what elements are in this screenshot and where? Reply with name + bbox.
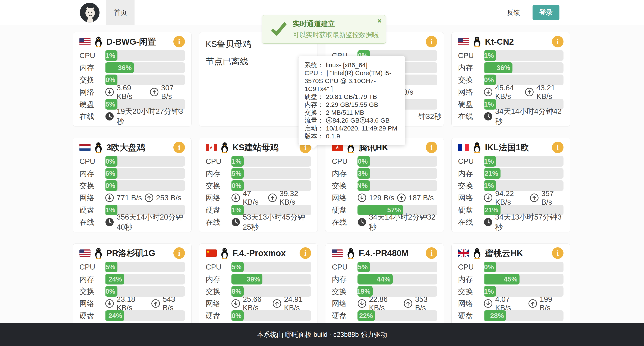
cpu-fill: 1%: [484, 50, 496, 61]
disk-label: 硬盘: [206, 205, 231, 215]
swap-label: 交换: [80, 286, 105, 296]
disk-row: 硬盘 28%: [458, 310, 564, 321]
memory-fill: 24%: [105, 274, 124, 284]
network-label: 网络: [332, 193, 358, 203]
memory-row: 内存 15%: [206, 168, 311, 179]
toast-success: 实时通道建立 可以实时获取最新监控数据啦 ×: [262, 15, 386, 44]
memory-row: 内存 36%: [458, 62, 564, 73]
network-up-value: 543 B/s: [163, 295, 185, 312]
server-info-tooltip: 系统：linux- [x86_64] CPU：[ "Intel(R) Core(…: [298, 56, 405, 145]
network-row: 网络 129 B/s 187 B/s: [332, 192, 437, 203]
tooltip-row-traffic: 流量：84.26 GB43.6 GB: [304, 116, 399, 124]
linux-os-icon: [472, 36, 482, 48]
info-icon[interactable]: i: [552, 142, 564, 153]
network-up-value: 253 B/s: [156, 194, 182, 202]
cpu-label: CPU: [458, 263, 484, 271]
online-wrap: 34天13小时57分钟3秒: [484, 212, 564, 232]
linux-os-icon: [472, 247, 482, 259]
online-value: 53天13小时45分钟25秒: [243, 212, 311, 232]
online-row: 在线 34天14小时4分钟42秒: [458, 111, 564, 122]
network-label: 网络: [458, 298, 484, 308]
tooltip-row-swap: 交换：2 MB/511 MB: [304, 108, 399, 116]
memory-label: 内存: [458, 274, 484, 284]
download-arrow-icon: [358, 193, 366, 202]
memory-fill: 21%: [484, 168, 500, 179]
server-card: D-BWG-闲置 i CPU 1% 内存 36% 交换 0% 网络: [73, 32, 192, 126]
network-label: 网络: [332, 298, 358, 308]
card-header: 蜜桃云HK i: [458, 248, 564, 259]
feedback-link[interactable]: 反馈: [507, 8, 520, 17]
network-up-value: 357 B/s: [541, 189, 564, 206]
disk-bar: 24%: [105, 310, 185, 321]
memory-row: 内存 44%: [332, 274, 437, 284]
network-row: 网络 25.66 KB/s 24.91 KB/s: [206, 298, 311, 309]
network-values: 4.07 KB/s 199 B/s: [484, 295, 564, 312]
clock-icon: [231, 218, 240, 226]
close-icon[interactable]: ×: [377, 17, 382, 24]
clock-icon: [105, 112, 114, 121]
swap-bar: 0%: [105, 180, 185, 191]
memory-label: 内存: [332, 274, 358, 284]
tooltip-row-system: 系统：linux- [x86_64]: [304, 61, 399, 69]
cpu-label: CPU: [206, 157, 231, 166]
card-header: 3欧大盘鸡 i: [80, 142, 185, 153]
cpu-fill: 5%: [231, 262, 244, 272]
site-logo-avatar[interactable]: [80, 2, 100, 23]
info-icon[interactable]: i: [426, 142, 437, 153]
card-header: F.4.-PR480M i: [332, 248, 437, 259]
memory-label: 内存: [458, 168, 484, 178]
server-card: 3欧大盘鸡 i CPU 0% 内存 6% 交换 0% 网络: [73, 138, 192, 232]
tab-home-label: 首页: [114, 8, 127, 17]
swap-row: 交换 0%: [80, 180, 185, 191]
network-down-value: 3.69 KB/s: [116, 84, 147, 100]
download-arrow-icon: [484, 193, 492, 202]
upload-arrow-icon: [151, 299, 160, 308]
info-icon[interactable]: i: [174, 247, 185, 259]
memory-row: 内存 6%: [80, 168, 185, 179]
memory-label: 内存: [80, 63, 105, 73]
info-icon[interactable]: i: [426, 36, 437, 48]
country-flag-icon: [332, 250, 343, 257]
info-icon[interactable]: i: [174, 142, 185, 153]
info-icon[interactable]: i: [552, 36, 564, 48]
network-row: 网络 47 KB/s 39.32 KB/s: [206, 192, 311, 203]
cpu-fill: 0%: [358, 156, 370, 166]
tooltip-row-memory: 内存：2.29 GB/15.55 GB: [304, 100, 399, 108]
tab-home[interactable]: 首页: [106, 0, 134, 25]
memory-bar: 36%: [105, 62, 185, 73]
download-arrow-icon: [105, 193, 114, 202]
upload-arrow-icon: [360, 117, 366, 124]
card-title: D-BWG-闲置: [106, 36, 156, 48]
network-up-value: 353 B/s: [415, 295, 437, 312]
online-wrap: 356天14小时20分钟40秒: [105, 212, 185, 232]
disk-label: 硬盘: [80, 311, 105, 321]
toast-message: 可以实时获取最新监控数据啦: [293, 30, 379, 39]
memory-fill: 6%: [105, 168, 118, 179]
cpu-bar: 15%: [358, 262, 437, 272]
login-button[interactable]: 登录: [532, 5, 560, 20]
network-up-value: 24.91 KB/s: [284, 295, 311, 312]
memory-bar: 45%: [484, 274, 564, 284]
cpu-bar: 1%: [105, 50, 185, 61]
toast-body: 实时通道建立 可以实时获取最新监控数据啦: [293, 18, 379, 39]
info-icon[interactable]: i: [300, 247, 311, 259]
online-row: 在线 356天14小时20分钟40秒: [80, 217, 185, 228]
clock-icon: [358, 218, 366, 226]
online-wrap: 34天14小时4分钟42秒: [484, 106, 564, 126]
memory-fill: 36%: [105, 62, 134, 73]
cpu-bar: 0%: [105, 156, 185, 166]
network-values: 22.86 KB/s 353 B/s: [358, 295, 437, 312]
memory-bar: 24%: [105, 274, 185, 284]
card-title: F.4.-PR480M: [359, 248, 408, 258]
swap-bar: N%: [358, 180, 437, 191]
country-flag-icon: [80, 250, 90, 257]
info-icon[interactable]: i: [174, 36, 185, 48]
server-card: IKL法国1欧 i CPU 1% 内存 21% 交换 1% 网络: [452, 138, 570, 232]
online-label: 在线: [458, 112, 484, 122]
memory-row: 内存 3%: [332, 168, 437, 179]
info-icon[interactable]: i: [426, 247, 437, 259]
memory-row: 内存 21%: [458, 168, 564, 179]
linux-os-icon: [220, 142, 230, 153]
download-arrow-icon: [231, 193, 240, 202]
info-icon[interactable]: i: [552, 247, 564, 259]
